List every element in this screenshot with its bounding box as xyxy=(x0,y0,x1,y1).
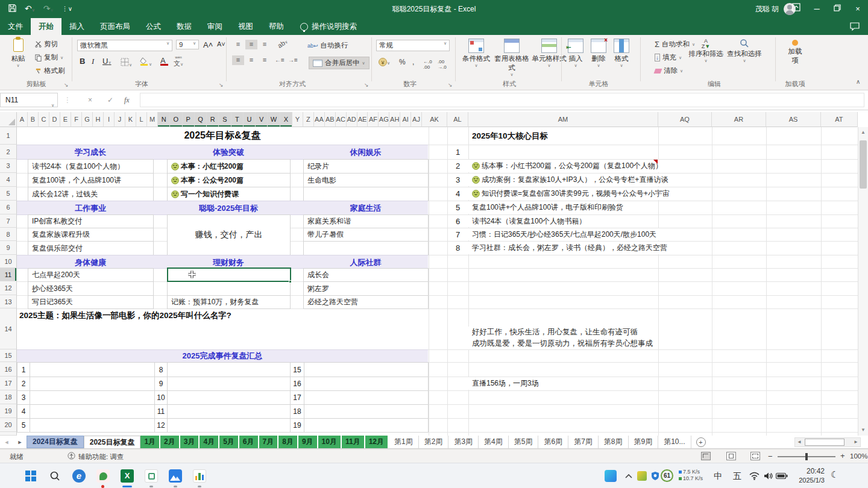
italic-button[interactable]: I xyxy=(92,57,94,66)
tray-battery-icon[interactable] xyxy=(774,468,790,484)
alignment-dialog-launcher[interactable]: ↘ xyxy=(364,82,369,88)
core-goal-item[interactable]: 知识付费课=复盘创富30讲卖99元，视频号+公众号+小宇宙 xyxy=(468,187,673,200)
core-goal-item[interactable]: 练本事：小红书200篇，公众号200篇（复盘100个人物） xyxy=(468,160,666,172)
sheet-tab-2025目标复盘[interactable]: 2025目标复盘 xyxy=(84,436,141,448)
vertical-scrollbar[interactable]: ▲ ▼ xyxy=(858,127,868,436)
column-header-V[interactable]: V xyxy=(256,112,268,127)
tray-health-badge[interactable]: 61 xyxy=(661,469,673,482)
sheet-tab-9月[interactable]: 9月 xyxy=(298,436,318,448)
column-header-P[interactable]: P xyxy=(183,112,195,127)
event-empty-cell[interactable] xyxy=(304,404,429,419)
merged-cell[interactable]: 赚钱，交付，产出 xyxy=(167,214,291,255)
table-cell[interactable]: 读书24本（复盘100个人物） xyxy=(28,159,154,174)
zoom-slider-thumb[interactable] xyxy=(805,453,808,460)
table-cell[interactable] xyxy=(303,187,429,201)
row-header-12[interactable]: 12 xyxy=(0,281,17,295)
row-header-19[interactable]: 19 xyxy=(0,404,17,418)
selection-fill-handle[interactable] xyxy=(289,280,292,283)
search-icon[interactable] xyxy=(47,468,63,484)
table-cell[interactable]: 写日记365天 xyxy=(28,295,154,309)
table-cell[interactable]: 成长会 xyxy=(303,268,429,282)
sheet-tab-4月[interactable]: 4月 xyxy=(200,436,219,448)
sheet-tab-12月[interactable]: 12月 xyxy=(365,436,389,448)
column-header-AM[interactable]: AM xyxy=(468,112,658,127)
event-empty-cell[interactable] xyxy=(167,377,291,391)
font-size-box[interactable]: 9∨ xyxy=(176,40,199,49)
decrease-indent-icon[interactable]: ←≡ xyxy=(275,57,285,63)
event-empty-cell[interactable] xyxy=(167,418,291,433)
clipboard-dialog-launcher[interactable]: ↘ xyxy=(64,82,69,88)
ribbon-tab-审阅[interactable]: 审阅 xyxy=(200,18,230,35)
number-dialog-launcher[interactable]: ↘ xyxy=(448,82,453,88)
event-empty-cell[interactable] xyxy=(167,404,291,419)
comments-icon[interactable] xyxy=(850,22,860,33)
insert-function-icon[interactable]: fx xyxy=(124,93,130,107)
align-left-icon[interactable]: ≡ xyxy=(232,55,244,65)
row-header-8[interactable]: 8 xyxy=(0,228,17,241)
sheet-tab-第2周[interactable]: 第2周 xyxy=(419,436,449,448)
fill-button[interactable]: ↓填充∨ xyxy=(655,53,682,62)
core-goal-item[interactable]: 成功案例：复盘家族10人+IP3人），公众号专栏+直播访谈 xyxy=(468,174,671,186)
column-header-Z[interactable]: Z xyxy=(303,112,314,127)
find-select-button[interactable]: 查找和选择∨ xyxy=(726,39,763,63)
zoom-slider[interactable] xyxy=(778,456,835,457)
row-header-5[interactable]: 5 xyxy=(0,187,17,201)
column-header-AF[interactable]: AF xyxy=(368,112,379,127)
addins-button[interactable]: 加载项 xyxy=(781,39,809,65)
comma-style-icon[interactable]: , xyxy=(412,58,414,66)
sheet-tab-第1周[interactable]: 第1周 xyxy=(389,436,419,448)
event-number-cell[interactable]: 12 xyxy=(154,418,168,433)
merge-center-button[interactable]: 合并后居中∨ xyxy=(309,57,370,69)
ribbon-tab-视图[interactable]: 视图 xyxy=(230,18,261,35)
sheet-tab-3月[interactable]: 3月 xyxy=(180,436,200,448)
row-header-17[interactable]: 17 xyxy=(0,377,17,390)
start-button[interactable] xyxy=(23,468,39,484)
close-button[interactable]: × xyxy=(848,0,868,18)
row-header-13[interactable]: 13 xyxy=(0,295,17,308)
column-header-I[interactable]: I xyxy=(104,112,115,127)
tray-clock[interactable]: 20:422025/1/3 xyxy=(790,467,825,485)
event-number-cell[interactable]: 4 xyxy=(17,404,30,419)
event-empty-cell[interactable] xyxy=(30,377,155,391)
core-goal-item[interactable]: 复盘100讲+个人品牌100讲，电子版和印刷验货 xyxy=(468,201,627,214)
hscroll-right-icon[interactable]: ► xyxy=(854,439,858,445)
row-header-3[interactable]: 3 xyxy=(0,159,17,173)
fill-color-icon[interactable]: ∨ xyxy=(140,57,152,67)
tray-ime-indicator[interactable]: 中 xyxy=(714,471,722,482)
column-header-AA[interactable]: AA xyxy=(314,112,325,127)
event-empty-cell[interactable] xyxy=(30,404,155,419)
sheet-tab-8月[interactable]: 8月 xyxy=(278,436,298,448)
column-header-T[interactable]: T xyxy=(231,112,244,127)
event-empty-cell[interactable] xyxy=(304,377,429,391)
taskbar-edge-icon[interactable]: e xyxy=(71,468,87,484)
taskbar-excel-icon[interactable]: X xyxy=(119,468,135,484)
column-header-K[interactable]: K xyxy=(125,112,136,127)
ribbon-display-options-icon[interactable] xyxy=(786,0,807,18)
column-header-E[interactable]: E xyxy=(60,112,71,127)
hscroll-thumb[interactable] xyxy=(805,439,844,446)
event-number-cell[interactable]: 5 xyxy=(17,418,30,433)
row-header-4[interactable]: 4 xyxy=(0,173,17,187)
column-header-W[interactable]: W xyxy=(268,112,280,127)
column-header-C[interactable]: C xyxy=(39,112,49,127)
table-cell[interactable]: IP创富私教交付 xyxy=(28,214,154,228)
event-number-cell[interactable]: 9 xyxy=(154,377,168,391)
decrease-decimal-icon[interactable]: .00→.0 xyxy=(438,59,447,70)
row-header-9[interactable]: 9 xyxy=(0,241,17,255)
column-header-AJ[interactable]: AJ xyxy=(411,112,422,127)
align-right-icon[interactable]: ≡ xyxy=(259,55,271,65)
event-number-cell[interactable]: 16 xyxy=(290,377,304,391)
table-cell[interactable]: 记账：预算10万，财务复盘 xyxy=(167,295,291,309)
scroll-up-icon[interactable]: ▲ xyxy=(858,127,868,138)
format-painter-button[interactable]: 格式刷 xyxy=(35,66,65,75)
phonetic-guide-icon[interactable]: wén文∨ xyxy=(174,56,183,68)
table-cell[interactable]: 成长会12讲，过钱关 xyxy=(28,187,154,201)
column-header-AL[interactable]: AL xyxy=(447,112,468,127)
number-format-box[interactable]: 常规∨ xyxy=(376,40,450,51)
column-header-N[interactable]: N xyxy=(158,112,170,127)
cut-button[interactable]: 剪切 xyxy=(35,40,58,49)
shrink-font-icon[interactable]: A˅ xyxy=(217,40,225,48)
ribbon-tab-数据[interactable]: 数据 xyxy=(169,18,200,35)
select-all-corner[interactable] xyxy=(0,112,17,127)
column-header-L[interactable]: L xyxy=(136,112,147,127)
